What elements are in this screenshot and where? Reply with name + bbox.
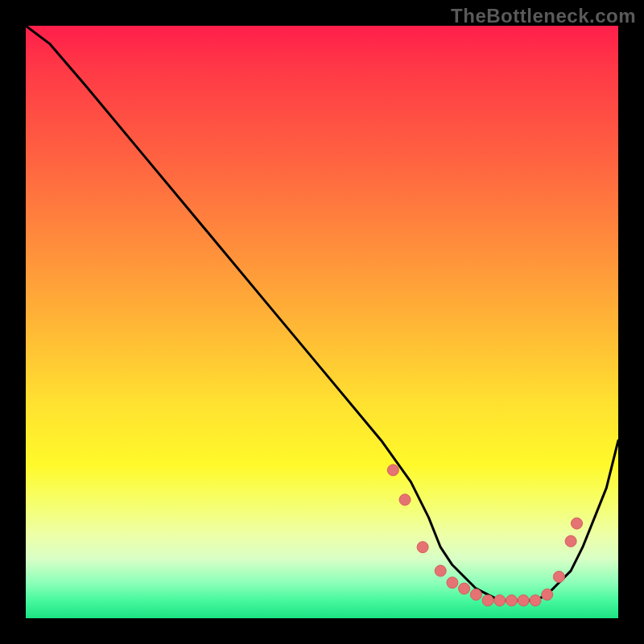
curve-svg [26, 26, 618, 618]
chart-frame: TheBottleneck.com [0, 0, 644, 644]
curve-marker [572, 518, 583, 529]
curve-marker [459, 583, 470, 594]
curve-marker [417, 542, 428, 553]
curve-marker [482, 595, 493, 606]
curve-marker [518, 595, 529, 606]
bottleneck-curve-line [26, 26, 618, 601]
curve-marker [553, 572, 564, 583]
curve-marker [387, 464, 398, 476]
curve-marker [506, 595, 518, 606]
watermark-text: TheBottleneck.com [451, 5, 636, 27]
plot-area [26, 26, 618, 618]
curve-marker [565, 535, 576, 547]
curve-marker [447, 577, 458, 588]
curve-marker [399, 494, 411, 506]
curve-marker [542, 589, 553, 601]
curve-marker [435, 565, 446, 576]
curve-marker [470, 589, 481, 601]
curve-marker [494, 595, 506, 606]
curve-marker [530, 595, 541, 606]
curve-markers [387, 464, 582, 606]
